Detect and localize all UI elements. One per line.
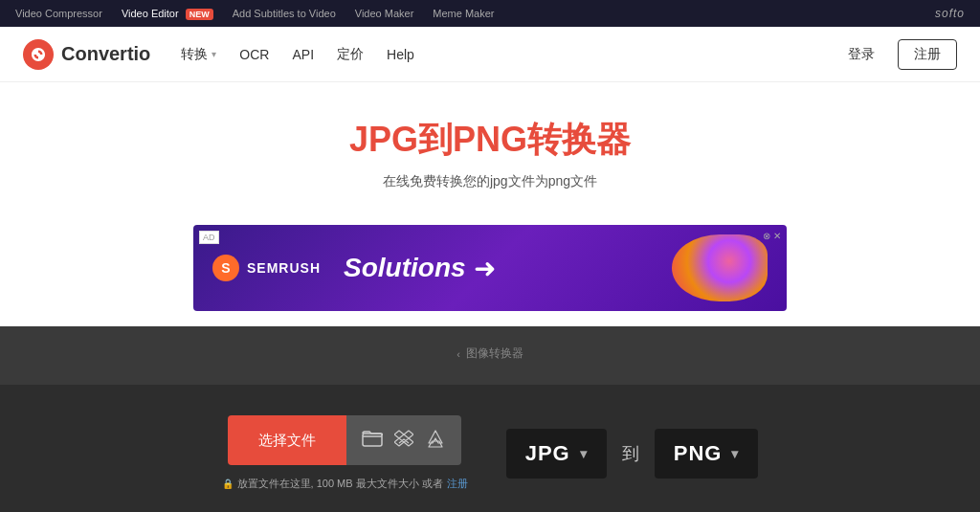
nav-item-pricing[interactable]: 定价 (337, 46, 364, 63)
logo-text: Convertio (61, 43, 150, 65)
format-selector: JPG ▾ 到 PNG ▾ (506, 429, 759, 479)
choose-file-button[interactable]: 选择文件 (228, 415, 346, 465)
logo[interactable]: Convertio (23, 39, 150, 70)
topbar-item-add-subtitles[interactable]: Add Subtitles to Video (233, 8, 336, 19)
top-bar: Video Compressor Video Editor NEW Add Su… (0, 0, 980, 27)
nav-item-api[interactable]: API (292, 47, 314, 62)
nav-item-convert[interactable]: 转换 ▾ (181, 46, 216, 63)
to-format-button[interactable]: PNG ▾ (655, 429, 759, 479)
ad-label: AD (199, 231, 219, 244)
ad-content[interactable]: S SEMRUSH Solutions ➜ (193, 225, 787, 311)
hero-subtitle: 在线免费转换您的jpg文件为png文件 (0, 173, 980, 190)
ad-arrow-icon: ➜ (474, 253, 496, 284)
from-format-chevron-icon: ▾ (580, 446, 588, 461)
lock-icon: 🔒 (222, 479, 234, 489)
from-format-label: JPG (525, 441, 570, 466)
semrush-icon: S (212, 255, 239, 281)
format-to-label: 到 (622, 442, 639, 465)
ad-close-button[interactable]: ⊗ ✕ (763, 231, 781, 241)
chevron-down-icon: ▾ (212, 49, 216, 59)
hero-title: JPG到PNG转换器 (0, 117, 980, 164)
main-header: Convertio 转换 ▾ OCR API 定价 Help 登录 注册 (0, 27, 980, 82)
topbar-item-video-maker[interactable]: Video Maker (355, 8, 414, 19)
folder-icon[interactable] (362, 429, 383, 453)
register-button[interactable]: 注册 (898, 39, 957, 70)
top-bar-brand: softo (935, 7, 965, 20)
upload-icons-row (346, 415, 461, 465)
svg-rect-0 (363, 434, 382, 446)
breadcrumb-image-converter[interactable]: 图像转换器 (466, 345, 523, 362)
upload-hint-text: 放置文件在这里, 100 MB 最大文件大小 或者 (237, 477, 443, 491)
semrush-name: SEMRUSH (247, 260, 321, 276)
upload-hint-register-link[interactable]: 注册 (447, 477, 468, 491)
converter-section: ‹ 图像转换器 选择文件 (0, 326, 980, 512)
ad-semrush-logo: S SEMRUSH (212, 255, 321, 281)
breadcrumb-chevron-icon: ‹ (457, 348, 460, 360)
converter-breadcrumb: ‹ 图像转换器 (0, 345, 980, 362)
ad-decoration (672, 234, 768, 301)
nav-item-ocr[interactable]: OCR (239, 47, 269, 62)
upload-zone: 选择文件 (222, 415, 468, 491)
upload-btn-row: 选择文件 (228, 415, 461, 465)
from-format-button[interactable]: JPG ▾ (506, 429, 607, 479)
topbar-item-video-editor[interactable]: Video Editor NEW (122, 8, 213, 19)
nav-item-help[interactable]: Help (387, 47, 414, 62)
main-nav: 转换 ▾ OCR API 定价 Help (181, 46, 414, 63)
upload-hint: 🔒 放置文件在这里, 100 MB 最大文件大小 或者 注册 (222, 477, 468, 491)
new-badge: NEW (186, 9, 213, 20)
hero-section: JPG到PNG转换器 在线免费转换您的jpg文件为png文件 (0, 82, 980, 210)
converter-area: 选择文件 (0, 385, 980, 512)
header-left: Convertio 转换 ▾ OCR API 定价 Help (23, 39, 414, 70)
to-format-label: PNG (674, 441, 723, 466)
top-bar-nav: Video Compressor Video Editor NEW Add Su… (15, 8, 495, 19)
ad-solutions-text: Solutions (344, 253, 466, 283)
header-right: 登录 注册 (836, 39, 957, 70)
dropbox-icon[interactable] (394, 429, 413, 453)
login-button[interactable]: 登录 (836, 40, 886, 69)
logo-icon (23, 39, 54, 70)
ad-banner: AD S SEMRUSH Solutions ➜ ⊗ ✕ (193, 225, 787, 311)
topbar-item-video-compressor[interactable]: Video Compressor (15, 8, 102, 19)
topbar-item-meme-maker[interactable]: Meme Maker (433, 8, 494, 19)
to-format-chevron-icon: ▾ (731, 446, 739, 461)
google-drive-icon[interactable] (425, 429, 446, 453)
